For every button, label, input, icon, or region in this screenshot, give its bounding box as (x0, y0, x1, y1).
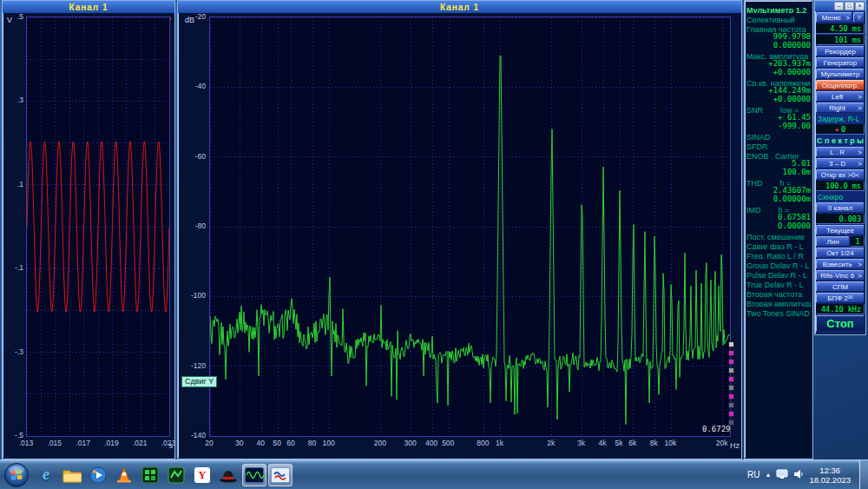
window-length-display: 100.0 ms (816, 181, 865, 191)
measurement-row[interactable]: SNR low =+ 61.45-999.00 (745, 103, 812, 130)
spectrum-x-tick-label: 800 (477, 439, 489, 447)
control-row: 0 канал (816, 202, 865, 213)
measurement-row-line: Селективный (746, 13, 811, 23)
legend-swatch[interactable] (728, 359, 734, 365)
measurement-row[interactable]: Group Delay R - L (745, 259, 812, 268)
spectrum-x-tick-label: 4k (599, 439, 607, 447)
3d-spectra-button[interactable]: 3 – D> (816, 158, 865, 169)
legend-swatch[interactable] (728, 420, 734, 426)
spectrum-plot[interactable] (209, 17, 731, 437)
measurement-row[interactable]: IMD h =0.675810.00000 (745, 203, 812, 230)
lr-spectra-button[interactable]: L . R> (816, 147, 865, 157)
measurement-row[interactable]: SINAD (745, 130, 812, 140)
generator-button-label: Генератор (817, 59, 864, 67)
control-panel-titlebar[interactable]: –□× (815, 1, 865, 11)
measurement-row[interactable]: Мультиметр 1,2 (745, 3, 812, 13)
measurement-row[interactable]: Вторая амплитуда (745, 297, 812, 307)
length-display: 101 ms (816, 35, 865, 45)
recorder-button[interactable]: Рекордер (816, 46, 865, 56)
oscilloscope-button-label: Осциллогр. (817, 82, 864, 89)
generator-button[interactable]: Генератор (816, 57, 865, 68)
legend-swatch[interactable] (728, 341, 734, 347)
measurement-row[interactable]: Макс. амплитуда+203.937m+0.00000 (745, 50, 812, 76)
clock[interactable]: 12:36 18.02.2023 (809, 465, 851, 485)
yandex-browser-icon[interactable]: Y (190, 464, 214, 486)
wave-editor-app-icon[interactable] (268, 464, 293, 486)
measurement-row-line: Сдвиг фаз R - L (746, 240, 811, 249)
volume-icon[interactable] (793, 469, 804, 481)
network-icon[interactable] (776, 469, 788, 481)
media-player-icon[interactable] (86, 464, 110, 486)
measurement-row[interactable]: Вторая частота (745, 287, 812, 297)
legend-swatch[interactable] (728, 367, 734, 373)
show-desktop-button[interactable] (859, 460, 868, 489)
legend-swatch[interactable] (728, 350, 734, 356)
oscilloscope-plot[interactable] (26, 17, 170, 437)
legend-swatch[interactable] (728, 393, 734, 400)
measurement-row[interactable]: Two Tones SINAD (745, 307, 812, 316)
fft-window-button[interactable]: Rife-Vinc 6> (816, 270, 865, 281)
measurement-row[interactable]: Селективный (745, 13, 812, 23)
delay-rl-value[interactable]: +0 (816, 124, 865, 135)
multimeter-button[interactable]: Мультиметр (816, 69, 865, 79)
shift-y-tooltip[interactable]: Сдвиг Y (181, 376, 217, 387)
measurement-row[interactable]: ENOB . Carrier5.01100.0m (745, 149, 812, 176)
spectrum-x-tick-label: 100 (323, 439, 335, 447)
help-button[interactable]: ? (853, 12, 865, 23)
fft-size-button[interactable]: БПФ 2¹⁶ (816, 293, 865, 303)
measurement-row-line: ENOB . Carrier (746, 149, 811, 159)
control-row: Rife-Vinc 6> (816, 270, 865, 281)
spectrum-titlebar[interactable]: Канал 1 (178, 1, 741, 13)
maximize-button[interactable]: □ (845, 2, 854, 10)
explorer-folder-icon[interactable] (60, 464, 84, 486)
tray-time: 12:36 (809, 466, 851, 475)
close-button[interactable]: × (855, 2, 865, 10)
measurement-row[interactable]: THD h =2.43607m0.00000m (745, 176, 812, 203)
language-indicator[interactable]: RU (747, 470, 760, 479)
legend-swatch[interactable] (728, 385, 734, 391)
measurement-row[interactable]: Pulse Delay R - L (745, 268, 812, 278)
lin-scale-button[interactable]: Лин (816, 236, 850, 247)
spectrum-window: Канал 1 dB -20-40-60-80-100-120-14020304… (177, 0, 742, 459)
left-button[interactable]: Left> (816, 91, 865, 102)
control-row: Right> (816, 102, 865, 113)
measurement-value-ch1: +203.937m (746, 59, 811, 68)
measurement-row[interactable]: Сдвиг фаз R - L (745, 240, 812, 249)
green-grid-app-icon[interactable] (138, 464, 162, 486)
green-wave-app-icon[interactable] (164, 464, 188, 486)
oscilloscope-titlebar[interactable]: Канал 1 (3, 1, 174, 13)
minimize-button[interactable]: – (834, 2, 844, 10)
weighting-button[interactable]: Взвесить> (816, 259, 865, 269)
measurement-row[interactable]: Ср.кв. напряжение+144.249m+0.00000 (745, 76, 812, 103)
oscilloscope-button[interactable]: Осциллогр. (816, 80, 865, 90)
control-row: Рекордер (816, 46, 865, 56)
spectrum-analyzer-app-icon[interactable] (242, 464, 266, 486)
measurement-row-line: SINAD (746, 130, 811, 140)
spectrum-x-tick-label: 6k (628, 439, 636, 447)
magic-hat-app-icon[interactable] (216, 464, 240, 486)
right-button[interactable]: Right> (816, 102, 865, 113)
start-button[interactable] (3, 462, 30, 488)
current-button[interactable]: Текущее (816, 225, 865, 235)
legend-swatch[interactable] (728, 402, 734, 408)
psd-button[interactable]: СПМ (816, 281, 865, 292)
measurement-row[interactable]: Пост. смещение (745, 230, 812, 240)
octave-button[interactable]: Окт 1/24 (816, 248, 865, 258)
stop-button[interactable]: Стоп (816, 315, 865, 332)
legend-swatch[interactable] (728, 376, 734, 382)
3d-spectra-button-label: 3 – D (817, 160, 858, 168)
hidden-icons-button[interactable]: ▲ (766, 472, 772, 478)
control-row: 100.0 ms (816, 181, 865, 191)
measurement-row[interactable]: Главная частота999.97980.000000 (745, 23, 812, 50)
measurement-row[interactable]: True Delay R - L (745, 278, 812, 287)
measurement-row[interactable]: SFDR (745, 140, 812, 149)
sync-channel-button[interactable]: 0 канал (816, 202, 865, 213)
lin-value[interactable]: 1 (851, 236, 865, 247)
measurement-row[interactable]: Freq. Ratio L / R (745, 249, 812, 259)
vlc-icon[interactable] (112, 464, 136, 486)
legend-swatch[interactable] (728, 411, 734, 417)
menu-button[interactable]: Меню> (816, 12, 852, 23)
open-input-button[interactable]: Откр вх >0< (816, 169, 865, 180)
internet-explorer-icon[interactable]: e (34, 464, 58, 486)
spectrum-title: Канал 1 (440, 3, 479, 12)
